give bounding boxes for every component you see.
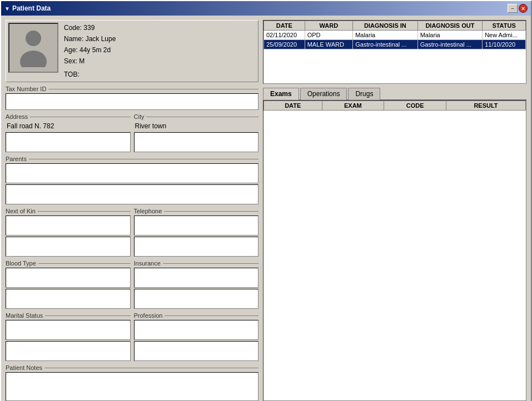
avatar-icon — [17, 28, 50, 67]
left-panel: Code: 339 Name: Jack Lupe Age: 44y 5m 2d… — [6, 20, 258, 401]
svg-point-0 — [26, 31, 41, 46]
telephone-field-2[interactable] — [134, 237, 259, 257]
exam-col-date: DATE — [264, 101, 322, 111]
kin-field[interactable] — [6, 215, 131, 235]
avatar — [8, 23, 58, 73]
city-value: River town — [134, 121, 259, 132]
profession-field-2[interactable] — [134, 341, 259, 361]
tab-operations[interactable]: Operations — [300, 88, 347, 100]
profession-field[interactable] — [134, 320, 259, 340]
right-panel: DATE WARD DIAGNOSIS IN DIAGNOSIS OUT STA… — [263, 20, 526, 401]
patient-header: Code: 339 Name: Jack Lupe Age: 44y 5m 2d… — [6, 20, 258, 82]
close-window-button[interactable]: ✕ — [519, 4, 528, 13]
window-menu-icon[interactable]: ▼ — [4, 6, 10, 12]
telephone-label: Telephone — [134, 208, 259, 214]
notes-section: Patient Notes — [6, 364, 258, 401]
admission-table: DATE WARD DIAGNOSIS IN DIAGNOSIS OUT STA… — [263, 21, 526, 49]
blood-type-field[interactable] — [6, 268, 131, 288]
marital-status-field-2[interactable] — [6, 341, 131, 361]
profession-label: Profession — [134, 312, 259, 319]
admission-table-container[interactable]: DATE WARD DIAGNOSIS IN DIAGNOSIS OUT STA… — [263, 20, 526, 84]
tax-id-field[interactable] — [6, 93, 258, 110]
patient-data-window: ▼ Patient Data – ✕ Code: 339 Name: J — [0, 0, 532, 401]
main-content: Code: 339 Name: Jack Lupe Age: 44y 5m 2d… — [1, 16, 531, 401]
city-field[interactable] — [134, 132, 259, 152]
tax-section: Tax Number ID — [6, 86, 258, 110]
minimize-button[interactable]: – — [508, 4, 518, 13]
tax-id-label: Tax Number ID — [6, 86, 258, 92]
tab-content-exams: DATE EXAM CODE RESULT — [263, 100, 526, 401]
tab-strip: Exams Operations Drugs — [263, 87, 526, 100]
profession-col: Profession — [134, 312, 259, 361]
patient-tob: TOB: — [64, 69, 116, 79]
parents-section: Parents — [6, 156, 258, 204]
exams-table: DATE EXAM CODE RESULT — [263, 101, 526, 111]
kin-label: Next of Kin — [6, 208, 131, 214]
admission-table-body: 02/11/2020OPDMalariaMalariaNew Admi...25… — [264, 31, 526, 49]
col-date: DATE — [264, 21, 305, 31]
kin-field-2[interactable] — [6, 237, 131, 257]
marital-status-label: Marital Status — [6, 312, 131, 319]
parents-label: Parents — [6, 156, 258, 162]
kin-tel-section: Next of Kin Telephone — [6, 208, 258, 257]
admission-row-1[interactable]: 25/09/2020MALE WARDGastro-intestinal ...… — [264, 40, 526, 49]
tel-col: Telephone — [134, 208, 259, 257]
title-bar: ▼ Patient Data – ✕ — [1, 1, 531, 16]
city-col: City River town — [134, 113, 259, 152]
address-section: Address Fall road N. 782 City River town — [6, 113, 258, 152]
insurance-label: Insurance — [134, 260, 259, 267]
kin-col: Next of Kin — [6, 208, 131, 257]
address-field[interactable] — [6, 132, 131, 152]
insurance-field-2[interactable] — [134, 289, 259, 309]
col-status: STATUS — [483, 21, 526, 31]
marital-status-field[interactable] — [6, 320, 131, 340]
title-bar-controls: – ✕ — [508, 4, 528, 13]
exam-col-exam: EXAM — [322, 101, 384, 111]
blood-type-label: Blood Type — [6, 260, 131, 267]
insurance-col: Insurance — [134, 260, 259, 309]
blood-col: Blood Type — [6, 260, 131, 309]
patient-info: Code: 339 Name: Jack Lupe Age: 44y 5m 2d… — [64, 23, 116, 79]
title-bar-left: ▼ Patient Data — [4, 4, 51, 12]
admission-table-header: DATE WARD DIAGNOSIS IN DIAGNOSIS OUT STA… — [264, 21, 526, 31]
notes-textarea[interactable] — [6, 372, 258, 401]
exam-col-result: RESULT — [446, 101, 525, 111]
parents-field-2[interactable] — [6, 184, 258, 204]
col-ward: WARD — [305, 21, 352, 31]
admission-row-0[interactable]: 02/11/2020OPDMalariaMalariaNew Admi... — [264, 31, 526, 40]
window-title: Patient Data — [12, 4, 51, 12]
telephone-field[interactable] — [134, 215, 259, 235]
address-col: Address Fall road N. 782 — [6, 113, 131, 152]
city-label: City — [134, 113, 259, 120]
marital-col: Marital Status — [6, 312, 131, 361]
address-label: Address — [6, 113, 131, 120]
col-diag-in: DIAGNOSIS IN — [353, 21, 418, 31]
patient-age: Age: 44y 5m 2d — [64, 45, 116, 55]
blood-type-field-2[interactable] — [6, 289, 131, 309]
patient-code: Code: 339 — [64, 23, 116, 33]
exams-table-header: DATE EXAM CODE RESULT — [264, 101, 526, 111]
tab-exams[interactable]: Exams — [263, 88, 299, 100]
patient-sex: Sex: M — [64, 56, 116, 66]
patient-name: Name: Jack Lupe — [64, 34, 116, 44]
col-diag-out: DIAGNOSIS OUT — [417, 21, 483, 31]
insurance-field[interactable] — [134, 268, 259, 288]
blood-insurance-section: Blood Type Insurance — [6, 260, 258, 309]
exam-col-code: CODE — [384, 101, 446, 111]
notes-label: Patient Notes — [6, 364, 258, 371]
tabs-section: Exams Operations Drugs DATE EXAM CODE RE… — [263, 87, 526, 401]
address-labels-row: Address Fall road N. 782 City River town — [6, 113, 258, 152]
marital-profession-section: Marital Status Profession — [6, 312, 258, 361]
address-value: Fall road N. 782 — [6, 121, 131, 132]
tab-drugs[interactable]: Drugs — [348, 88, 380, 100]
parents-field[interactable] — [6, 163, 258, 183]
svg-point-1 — [20, 51, 47, 67]
